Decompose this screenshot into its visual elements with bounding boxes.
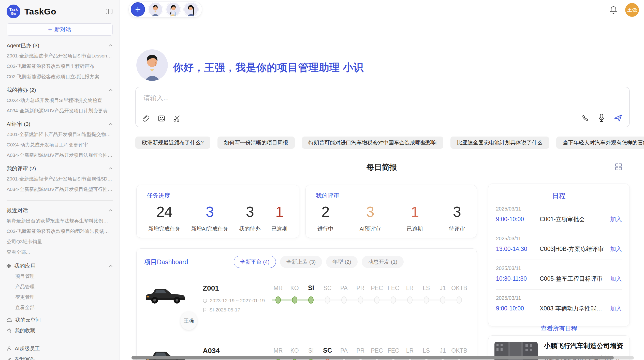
person-icon xyxy=(7,346,12,351)
section-title: Agent已办 (3) xyxy=(7,42,39,49)
milestone-label: LR xyxy=(402,285,418,292)
milestone-label: SI xyxy=(303,347,319,354)
section-header[interactable]: AI评审 (3) xyxy=(7,121,113,127)
app-item[interactable]: 项目管理 xyxy=(7,273,113,280)
sidebar-item[interactable]: Z001-全新燃油轻卡产品开发项目SI造型提交物评审 xyxy=(7,131,113,138)
sidebar-item[interactable]: C02-飞腾新能源轻客改款项目里程碑画布 xyxy=(7,63,113,70)
sidebar-item[interactable]: Z001-全新燃油轻卡产品开发项目SI节点属性5D文件评审 xyxy=(7,176,113,182)
sidebar-item[interactable]: A034-全新新能源MUV产品开发项目造型可行性评审 xyxy=(7,186,113,193)
chat-input[interactable] xyxy=(143,94,553,102)
sidebar-item[interactable]: Z001-全新燃油皮卡产品开发项目SI节点Lesson Learn报告 xyxy=(7,53,113,59)
schedule-title: 日程 xyxy=(496,191,622,200)
app-logo: Task Go xyxy=(7,5,20,18)
sidebar-item[interactable]: C02-飞腾新能源轻客改款项目立项汇报方案 xyxy=(7,73,113,80)
sidebar-header: Task Go TaskGo xyxy=(7,4,113,19)
sidebar-item-favorites[interactable]: 我的收藏 xyxy=(7,327,113,334)
join-link[interactable]: 加入 xyxy=(610,245,622,253)
dashboard-title: 项目Dashboard xyxy=(144,258,188,266)
card-title: 我的评审 xyxy=(316,192,466,200)
project-row[interactable]: 王强 Z001 2023-12-19 ~ 2027-01-19 SI-2025-… xyxy=(144,284,469,322)
suggestion-chip[interactable]: 如何写一份清晰的项目周报 xyxy=(217,137,295,149)
section-header[interactable]: 我的待办 (2) xyxy=(7,87,113,93)
project-info: Z001 2023-12-19 ~ 2027-01-19 SI-2025-05-… xyxy=(203,284,266,322)
image-icon[interactable] xyxy=(158,115,165,122)
milestone-dot-done xyxy=(308,296,314,304)
collapse-sidebar-icon[interactable] xyxy=(106,8,113,15)
task-progress-card: 任务进度 24 新增完成任务 3 新增AI完成任务 3 我的待办 1 已逾期 xyxy=(136,185,299,238)
sidebar-item-ai-employee[interactable]: AI超级员工 xyxy=(7,345,113,352)
sidebar-item[interactable]: C0X4-动力总成开发项目工程变更评审 xyxy=(7,142,113,148)
scissors-icon[interactable] xyxy=(173,115,181,122)
layout-grid-icon[interactable] xyxy=(615,163,622,170)
new-chat-label: 新对话 xyxy=(54,26,71,33)
event-time: 10:30-11:30 xyxy=(496,275,540,282)
section-header[interactable]: 最近对话 xyxy=(7,207,113,214)
sidebar-item[interactable]: C0X4-动力总成开发项目SI里程碑提交物检查 xyxy=(7,97,113,104)
horizontal-scrollbar-track[interactable] xyxy=(131,356,634,359)
daily-brief-title: 每日简报 xyxy=(120,162,644,173)
metric-label: 已逾期 xyxy=(271,225,287,232)
event-time: 9:00-10:00 xyxy=(496,305,540,312)
milestone-dot-done xyxy=(292,296,297,304)
milestone-label: PEC xyxy=(369,285,385,292)
section-header[interactable]: 我的应用 xyxy=(7,263,113,269)
tab-new-body[interactable]: 全新上装 (3) xyxy=(280,256,322,268)
view-all-schedule-link[interactable]: 查看所有日程 xyxy=(496,324,622,333)
milestone-label: J1 xyxy=(435,347,451,354)
join-link[interactable]: 加入 xyxy=(610,275,622,283)
section-header[interactable]: Agent已办 (3) xyxy=(7,42,113,49)
app-item-view-all[interactable]: 查看全部... xyxy=(7,304,113,311)
section-my-todo: 我的待办 (2) C0X4-动力总成开发项目SI里程碑提交物检查 A034-全新… xyxy=(7,87,113,114)
recent-chat-item[interactable]: 解释最新出台的欧盟报废车法规再生塑料比例被调至15%... xyxy=(7,218,113,224)
suggestion-chip[interactable]: 特朗普可能对进口汽车增税会对中国车企造成哪些影响 xyxy=(302,137,443,149)
section-recent-chats: 最近对话 解释最新出台的欧盟报废车法规再生塑料比例被调至15%... C02-飞… xyxy=(7,207,113,256)
star-icon xyxy=(7,328,12,333)
milestone-label: LR xyxy=(402,347,418,354)
schedule-event: 2025/03/11 9:00-10:00 X003-车辆动力学性能验... 加… xyxy=(496,290,622,319)
metrics-row: 2 进行中 3 AI预评审 1 已逾期 3 待评审 xyxy=(316,203,466,232)
quick-actions-bar: + xyxy=(128,1,202,18)
metric: 3 我的待办 xyxy=(239,203,260,232)
join-link[interactable]: 加入 xyxy=(610,305,622,312)
section-header[interactable]: 我的评审 (2) xyxy=(7,165,113,172)
recent-chat-item[interactable]: C02-飞腾新能源轻客改款项目的闭环通告反馈情况 xyxy=(7,228,113,235)
contact-avatar-3[interactable] xyxy=(184,2,198,17)
contact-avatar-2[interactable] xyxy=(166,2,181,17)
metric-value: 3 xyxy=(191,203,228,220)
recent-chat-item[interactable]: 公司Q3轻卡销量 xyxy=(7,238,113,245)
join-link[interactable]: 加入 xyxy=(610,215,622,223)
sidebar-item[interactable]: A034-全新新能源MUV产品开发项目法规符合性评审 xyxy=(7,152,113,159)
sidebar-item-write-helper[interactable]: 帮我写作 xyxy=(7,355,113,360)
milestone-label-current: SC xyxy=(319,347,336,354)
tab-new-platform[interactable]: 全新平台 (4) xyxy=(234,256,276,268)
phone-icon[interactable] xyxy=(581,114,590,122)
project-code: A034 xyxy=(203,347,266,355)
milestone-dot xyxy=(358,296,363,304)
milestone-label: OKTB xyxy=(451,285,467,292)
milestone-dot xyxy=(457,296,462,304)
sidebar-item[interactable]: A034-全新新能源MUV产品开发项目计划变更表编写 xyxy=(7,108,113,114)
contact-avatar-1[interactable] xyxy=(148,2,163,17)
suggestion-chip[interactable]: 当下年轻人对汽车外观有怎样的喜好趋势 xyxy=(556,137,644,149)
app-item[interactable]: 产品管理 xyxy=(7,283,113,290)
schedule-card: 日程 2025/03/11 9:00-10:00 C001-立项审批会 加入 2… xyxy=(488,184,630,326)
milestone-dot xyxy=(374,296,379,304)
metric: 3 新增AI完成任务 xyxy=(191,203,228,232)
notification-bell-icon[interactable] xyxy=(609,6,618,14)
send-icon[interactable] xyxy=(613,114,623,122)
tab-powertrain[interactable]: 动总开发 (1) xyxy=(362,256,404,268)
app-item[interactable]: 变更管理 xyxy=(7,294,113,301)
user-avatar[interactable]: 王强 xyxy=(625,3,639,17)
recent-chat-item-view-all[interactable]: 查看全部... xyxy=(7,249,113,256)
sidebar-item-cloud-space[interactable]: 我的云空间 xyxy=(7,316,113,324)
chevron-up-icon xyxy=(109,209,113,212)
tab-year-model[interactable]: 年型 (2) xyxy=(326,256,358,268)
horizontal-scrollbar-thumb[interactable] xyxy=(131,356,614,359)
suggestion-chip[interactable]: 欧洲新规最近颁布了什么? xyxy=(135,137,210,149)
attachment-icon[interactable] xyxy=(142,115,150,122)
suggestion-chip[interactable]: 比亚迪全固态电池计划具体说了什么 xyxy=(450,137,549,149)
microphone-icon[interactable] xyxy=(598,114,605,122)
new-chat-button[interactable]: + 新对话 xyxy=(7,23,113,36)
section-ai-review: AI评审 (3) Z001-全新燃油轻卡产品开发项目SI造型提交物评审 C0X4… xyxy=(7,121,113,159)
add-contact-button[interactable]: + xyxy=(131,2,145,17)
